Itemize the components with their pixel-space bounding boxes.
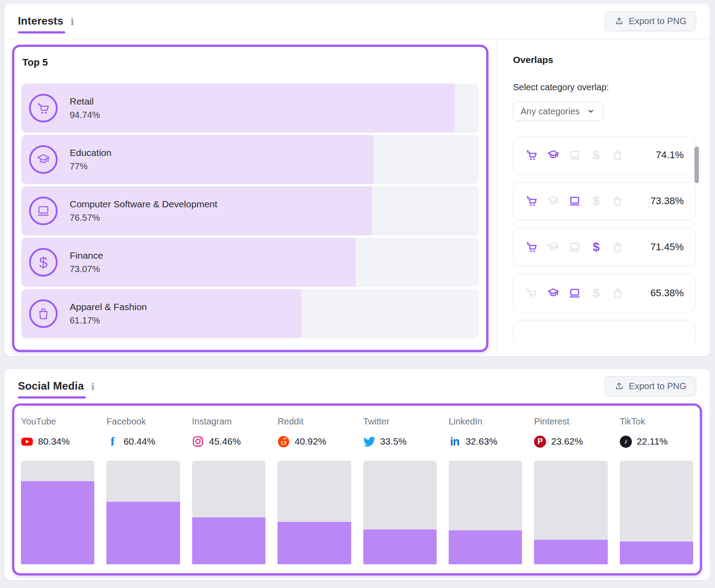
social-bar-fill — [106, 502, 180, 564]
interests-card: Interests i Export to PNG Top 5 Retail 9… — [4, 4, 710, 356]
export-png-button[interactable]: Export to PNG — [605, 11, 696, 31]
interest-row-finance: $ Finance 73.07% — [21, 238, 479, 287]
laptop-icon — [568, 240, 581, 254]
reddit-icon — [278, 436, 290, 448]
social-bar — [278, 461, 351, 564]
overlap-value: 65.38% — [650, 287, 684, 299]
social-chart-panel: YouTube 80.34% Facebook f 60.44% Instag — [12, 403, 702, 575]
platform-name: YouTube — [21, 416, 94, 427]
interests-title[interactable]: Interests — [18, 15, 63, 28]
info-icon[interactable]: i — [71, 16, 74, 26]
cart-icon — [525, 194, 538, 208]
social-col-instagram: Instagram 45.46% — [192, 416, 265, 565]
social-bar — [534, 461, 607, 564]
twitter-icon — [363, 436, 375, 448]
platform-value: 40.92% — [294, 436, 326, 447]
interest-label: Computer Software & Development — [70, 199, 217, 210]
social-col-tiktok: TikTok ♪ 22.11% — [620, 416, 693, 565]
top5-panel: Top 5 Retail 94.74% Education 77% — [12, 45, 488, 352]
graduation-cap-icon — [547, 148, 560, 162]
interest-row-education: Education 77% — [21, 135, 479, 184]
social-bar-fill — [21, 481, 94, 564]
platform-name: Facebook — [106, 416, 180, 427]
platform-value: 23.62% — [551, 436, 583, 447]
social-bar-fill — [620, 542, 693, 564]
interest-value: 61.17% — [70, 315, 147, 326]
overlap-value: 73.38% — [650, 195, 684, 207]
social-media-card: Social Media i Export to PNG YouTube 80.… — [4, 369, 710, 580]
platform-value: 60.44% — [123, 436, 155, 447]
category-dropdown[interactable]: Any categories — [513, 101, 603, 121]
dollar-icon: $ — [589, 286, 603, 300]
vertical-divider — [497, 39, 497, 356]
overlap-row: $ 65.38% — [513, 274, 696, 312]
social-bar — [620, 461, 693, 564]
export-png-label: Export to PNG — [629, 381, 686, 391]
interest-value: 94.74% — [70, 110, 100, 120]
interest-value: 77% — [70, 161, 111, 172]
graduation-cap-icon — [547, 194, 560, 208]
category-dropdown-value: Any categories — [521, 106, 580, 117]
laptop-icon — [568, 148, 581, 162]
social-header: Social Media i Export to PNG — [4, 369, 710, 403]
interest-row-software: Computer Software & Development 76.57% — [21, 186, 479, 235]
linkedin-icon: in — [449, 436, 461, 448]
youtube-icon — [21, 436, 33, 448]
shopping-bag-icon — [29, 299, 58, 328]
platform-name: TikTok — [620, 416, 693, 427]
laptop-icon — [568, 286, 581, 300]
top5-heading: Top 5 — [22, 57, 479, 68]
overlaps-panel: Overlaps Select category overlap: Any ca… — [513, 39, 699, 356]
social-bar — [363, 461, 437, 564]
overlap-row: $ 73.38% — [513, 182, 696, 220]
overlap-value: 71.45% — [650, 241, 684, 253]
social-bar — [106, 461, 180, 564]
upload-icon — [614, 17, 624, 26]
social-bar — [192, 461, 265, 564]
platform-name: LinkedIn — [449, 416, 522, 427]
interests-header: Interests i Export to PNG — [4, 4, 710, 39]
interest-label: Finance — [70, 250, 103, 261]
platform-name: Instagram — [192, 416, 265, 427]
dollar-icon: $ — [589, 240, 603, 254]
shopping-bag-icon — [611, 148, 624, 162]
social-bar-fill — [534, 540, 607, 564]
platform-value: 80.34% — [38, 436, 70, 447]
overlaps-scrollbar-thumb[interactable] — [694, 147, 699, 183]
social-bar-fill — [449, 530, 522, 564]
cart-icon — [29, 94, 58, 122]
platform-name: Pinterest — [534, 416, 607, 427]
chevron-down-icon — [587, 107, 595, 115]
overlaps-select-label: Select category overlap: — [513, 82, 699, 92]
overlaps-heading: Overlaps — [513, 55, 699, 65]
social-bar-fill — [363, 529, 437, 564]
shopping-bag-icon — [611, 194, 624, 208]
social-bar — [449, 461, 522, 564]
info-icon[interactable]: i — [91, 381, 95, 391]
platform-value: 22.11% — [637, 436, 668, 447]
cart-icon — [525, 286, 538, 300]
interest-label: Apparel & Fashion — [70, 302, 147, 312]
social-media-title[interactable]: Social Media — [18, 380, 84, 393]
overlap-row-partial — [513, 320, 696, 347]
shopping-bag-icon — [611, 240, 624, 254]
social-bar-fill — [192, 517, 265, 564]
graduation-cap-icon — [547, 240, 560, 254]
platform-value: 33.5% — [380, 436, 407, 447]
interest-value: 73.07% — [70, 264, 103, 274]
cart-icon — [525, 148, 538, 162]
overlaps-list: $ 74.1% $ 73.38% $ 71.45% — [513, 136, 699, 347]
tiktok-icon: ♪ — [620, 436, 632, 448]
pinterest-icon: P — [534, 436, 546, 448]
platform-value: 45.46% — [209, 436, 241, 447]
social-col-twitter: Twitter 33.5% — [363, 416, 437, 565]
social-col-pinterest: Pinterest P 23.62% — [534, 416, 607, 565]
interest-value: 76.57% — [70, 213, 217, 223]
social-col-linkedin: LinkedIn in 32.63% — [449, 416, 522, 565]
laptop-icon — [29, 197, 58, 225]
social-col-youtube: YouTube 80.34% — [21, 416, 94, 565]
dollar-icon: $ — [29, 248, 58, 277]
export-png-button[interactable]: Export to PNG — [605, 376, 696, 396]
interest-row-retail: Retail 94.74% — [21, 84, 479, 133]
interest-label: Retail — [70, 96, 100, 107]
